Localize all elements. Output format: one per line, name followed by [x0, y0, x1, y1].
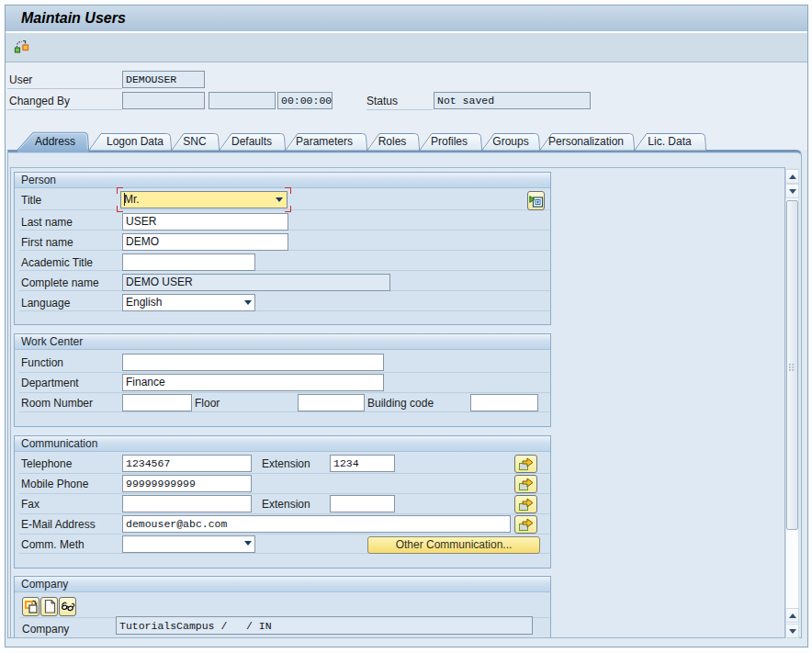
svg-text:SNC: SNC — [183, 135, 207, 148]
svg-text:Lic. Data: Lic. Data — [648, 135, 692, 148]
svg-text:Groups: Groups — [492, 135, 528, 148]
svg-text:Address: Address — [35, 135, 75, 148]
svg-text:Roles: Roles — [378, 135, 407, 148]
svg-text:Personalization: Personalization — [548, 135, 624, 148]
svg-text:Profiles: Profiles — [431, 135, 468, 148]
svg-text:Defaults: Defaults — [231, 135, 272, 148]
svg-text:Logon Data: Logon Data — [107, 135, 164, 148]
svg-text:Parameters: Parameters — [296, 135, 353, 148]
